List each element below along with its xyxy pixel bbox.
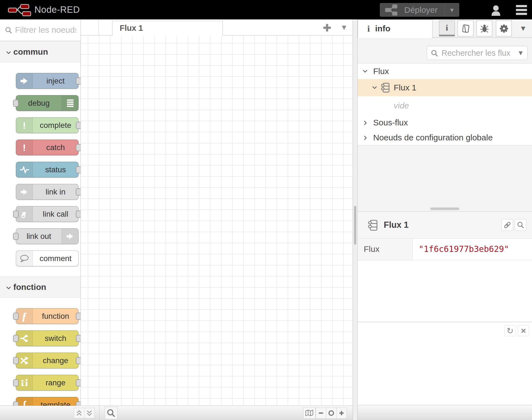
node-output-port[interactable] xyxy=(76,166,81,173)
node-output-port[interactable] xyxy=(76,122,81,129)
node-output-port[interactable] xyxy=(76,335,81,342)
palette-category-label: fonction xyxy=(13,277,46,297)
node-input-port[interactable] xyxy=(13,379,19,386)
exclamation-icon: ! xyxy=(16,140,33,155)
zoom-reset-button[interactable] xyxy=(326,408,337,419)
sidebar-resize-grip[interactable] xyxy=(354,206,356,245)
tree-row-flux[interactable]: Flux xyxy=(358,64,532,79)
flow-search-input[interactable] xyxy=(441,46,511,60)
sidebar-mini-tab-info[interactable]: i xyxy=(439,21,455,36)
node-output-port[interactable] xyxy=(76,357,81,364)
search-options-caret-icon[interactable]: ▼ xyxy=(517,46,524,60)
palette-node-switch[interactable]: switch xyxy=(16,330,79,346)
node-output-port[interactable] xyxy=(76,211,81,218)
palette-node-link-call[interactable]: link call xyxy=(16,206,79,222)
sidebar-tab-bar: i info i xyxy=(358,19,532,38)
copy-link-button[interactable] xyxy=(501,219,513,231)
palette-node-complete[interactable]: !complete xyxy=(16,117,79,133)
zoom-out-button[interactable] xyxy=(316,408,326,419)
node-input-port[interactable] xyxy=(13,335,19,342)
palette-node-debug[interactable]: debug xyxy=(16,95,79,111)
node-output-port[interactable] xyxy=(76,144,81,151)
node-input-port[interactable] xyxy=(13,100,19,107)
palette-category-commun[interactable]: commun xyxy=(0,41,81,62)
palette-node-status[interactable]: status xyxy=(16,162,79,178)
sidebar-mini-tab-debug[interactable] xyxy=(476,21,492,36)
panel-resize-grip[interactable] xyxy=(430,208,459,210)
node-input-port[interactable] xyxy=(13,401,19,406)
node-input-port[interactable] xyxy=(13,357,19,364)
detail-row-value[interactable]: "1f6c61977b3eb629" xyxy=(419,239,509,260)
add-flow-button[interactable] xyxy=(322,23,332,33)
palette-node-label: range xyxy=(33,375,78,390)
flow-search-box[interactable]: ▼ xyxy=(427,46,528,60)
chevron-down-icon[interactable] xyxy=(372,85,377,90)
collapse-categories-button[interactable] xyxy=(74,408,84,418)
deploy-button[interactable]: Déployer ▾ xyxy=(380,3,459,17)
palette-filter[interactable] xyxy=(0,19,81,41)
palette-node-link-in[interactable]: link in xyxy=(16,184,79,200)
detail-row-label: Flux xyxy=(358,239,413,260)
sidebar-tab-label: info xyxy=(375,20,390,37)
node-output-port[interactable] xyxy=(76,313,81,320)
sidebar-tab-info[interactable]: i info xyxy=(358,19,433,38)
node-output-port[interactable] xyxy=(76,401,81,406)
chevron-right-icon[interactable] xyxy=(363,120,368,126)
palette-node-link-out[interactable]: link out xyxy=(16,228,79,244)
node-output-port[interactable] xyxy=(76,379,81,386)
node-output-port[interactable] xyxy=(76,77,81,85)
switch-icon xyxy=(16,331,33,346)
palette-category-fonction[interactable]: fonction xyxy=(0,276,81,298)
node-palette: communinjectdebug!complete!catchstatusli… xyxy=(0,19,81,406)
palette-node-label: comment xyxy=(33,251,78,266)
tree-row-flux-1[interactable]: Flux 1 xyxy=(358,79,532,96)
tree-row-sous-flux[interactable]: Sous-flux xyxy=(358,115,532,130)
node-input-port[interactable] xyxy=(13,211,19,218)
sidebar-mini-tab-config[interactable] xyxy=(496,21,512,36)
chevron-right-icon[interactable] xyxy=(363,135,368,141)
function-f-icon: ƒ xyxy=(16,308,33,324)
node-input-port[interactable] xyxy=(13,313,19,320)
double-chevron-up-icon xyxy=(76,410,82,416)
canvas-search-button[interactable] xyxy=(105,407,117,419)
sidebar-tabs-caret-icon[interactable]: ▼ xyxy=(517,21,529,36)
refresh-button[interactable]: ↻ xyxy=(505,325,516,336)
palette-node-inject[interactable]: inject xyxy=(16,73,79,89)
node-red-app: Node-RED Déployer ▾ xyxy=(0,0,532,420)
deploy-options-caret-icon[interactable]: ▾ xyxy=(445,3,459,16)
palette-node-catch[interactable]: !catch xyxy=(16,140,79,155)
palette-node-label: link call xyxy=(33,206,78,222)
tab-bar-divider xyxy=(99,19,99,35)
search-icon xyxy=(431,50,438,57)
deploy-nodes-icon xyxy=(385,4,397,16)
close-panel-button[interactable]: × xyxy=(518,325,529,336)
expand-categories-button[interactable] xyxy=(84,408,95,418)
info-icon: i xyxy=(446,23,448,32)
palette-filter-input[interactable] xyxy=(15,19,76,41)
map-icon xyxy=(305,409,313,417)
node-output-port[interactable] xyxy=(76,188,81,196)
node-input-port[interactable] xyxy=(13,233,19,240)
palette-node-range[interactable]: range xyxy=(16,375,79,391)
main-menu-button[interactable] xyxy=(516,5,528,15)
palette-node-template[interactable]: ʃtemplate xyxy=(16,397,79,406)
minimap-toggle-button[interactable] xyxy=(303,408,315,419)
focus-search-button[interactable] xyxy=(515,219,526,231)
tree-row-noeuds-de-configuration-globale[interactable]: Noeuds de configuration globale xyxy=(358,130,532,145)
palette-node-function[interactable]: ƒfunction xyxy=(16,308,79,324)
tab-flux-1[interactable]: Flux 1 xyxy=(112,21,223,36)
palette-node-label: debug xyxy=(16,95,62,111)
sidebar-mini-tab-help[interactable] xyxy=(458,21,473,36)
zoom-in-button[interactable] xyxy=(336,408,347,419)
palette-node-comment[interactable]: comment xyxy=(16,251,79,266)
palette-node-change[interactable]: change xyxy=(16,353,79,368)
hamburger-icon xyxy=(516,5,527,7)
flow-detail-header: Flux 1 xyxy=(358,211,532,239)
sidebar-footer xyxy=(358,405,532,420)
user-button[interactable] xyxy=(489,5,503,16)
comment-bubble-icon xyxy=(16,251,33,266)
chevron-down-icon[interactable] xyxy=(363,69,368,74)
change-icon xyxy=(16,353,33,368)
flow-list-caret-icon[interactable]: ▼ xyxy=(338,22,350,33)
flow-canvas[interactable] xyxy=(81,36,353,406)
